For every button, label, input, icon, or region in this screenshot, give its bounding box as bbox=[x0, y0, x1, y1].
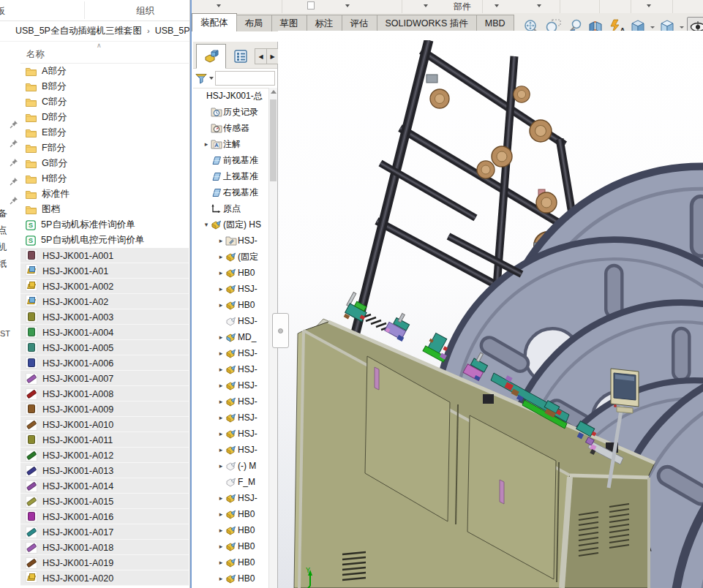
tree-item[interactable]: ▸ HB0 bbox=[193, 522, 268, 538]
tab-feature-tree[interactable] bbox=[196, 44, 226, 69]
dropdown-caret-icon[interactable] bbox=[650, 26, 655, 29]
tree-item[interactable]: ▸ HB0 bbox=[193, 554, 268, 570]
expand-arrow-icon[interactable]: ▸ bbox=[217, 527, 225, 534]
expand-arrow-icon[interactable]: ▸ bbox=[217, 559, 225, 566]
viewport-3d-model[interactable]: Y bbox=[278, 40, 703, 588]
tree-item[interactable]: 历史记录 bbox=[193, 104, 268, 120]
expand-arrow-icon[interactable]: ▸ bbox=[217, 446, 225, 453]
tree-item[interactable]: ▸ HB0 bbox=[193, 570, 268, 587]
tree-item[interactable]: ▸ HSJ- bbox=[193, 426, 268, 442]
part-file-row[interactable]: HSJ-JK001-A009 bbox=[20, 402, 189, 417]
part-file-row[interactable]: HSJ-JK001-A018 bbox=[20, 540, 189, 555]
folder-row[interactable]: 标准件 bbox=[20, 186, 189, 202]
folder-row[interactable]: D部分 bbox=[20, 110, 189, 125]
part-file-row[interactable]: HSJ-JK001-A002 bbox=[20, 279, 189, 294]
pinned-item-icon[interactable] bbox=[10, 157, 18, 170]
filter-caret-icon[interactable] bbox=[209, 77, 214, 80]
breadcrumb[interactable]: USB_5P全自动插端机三维套图›USB_5P全自 bbox=[0, 21, 189, 42]
tree-item[interactable]: ▸ HB0 bbox=[193, 297, 268, 313]
part-file-row[interactable]: HSJ-JK001-A005 bbox=[20, 340, 189, 355]
tree-item[interactable]: 传感器 bbox=[193, 120, 268, 136]
part-file-row[interactable]: HSJ-JK001-A004 bbox=[20, 325, 189, 340]
dropdown-caret-icon[interactable] bbox=[680, 26, 684, 29]
pinned-item-icon[interactable] bbox=[10, 176, 18, 189]
filter-input[interactable] bbox=[215, 71, 275, 86]
door-handle[interactable] bbox=[500, 480, 504, 504]
tree-item[interactable]: ▸ HSJ- bbox=[193, 442, 268, 458]
spreadsheet-row[interactable]: S 5P自动机标准件询价单 bbox=[20, 217, 189, 233]
folder-row[interactable]: H部分 bbox=[20, 171, 189, 186]
organize-label[interactable]: 组织 bbox=[136, 5, 154, 18]
tree-item[interactable]: ▸ HSJ- bbox=[193, 410, 268, 426]
tree-item[interactable]: ▸ HB0 bbox=[193, 506, 268, 522]
expand-arrow-icon[interactable]: ▸ bbox=[217, 510, 225, 518]
nav-item-fragment[interactable]: 点 bbox=[0, 225, 7, 237]
command-tab[interactable]: 评估 bbox=[342, 15, 377, 31]
spreadsheet-row[interactable]: S 5P自动机电控元件询价单 bbox=[20, 233, 189, 248]
tree-item[interactable]: 上视基准 bbox=[193, 168, 268, 184]
tree-item[interactable]: ▸ HB0 bbox=[193, 538, 268, 554]
panel-scroll-right-button[interactable]: ▶ bbox=[266, 48, 279, 64]
expand-arrow-icon[interactable]: ▸ bbox=[217, 382, 225, 389]
part-file-row[interactable]: HSJ-JK001-A012 bbox=[20, 448, 189, 463]
dropdown-caret-icon[interactable] bbox=[217, 4, 221, 7]
tab-property-manager[interactable] bbox=[225, 44, 255, 69]
tree-item[interactable]: ▸ HSJ- bbox=[193, 393, 268, 410]
part-file-row[interactable]: HSJ-JK001-A011 bbox=[20, 432, 189, 448]
folder-row[interactable]: C部分 bbox=[20, 94, 189, 110]
scrollbar-thumb[interactable] bbox=[270, 99, 277, 181]
tree-item[interactable]: 前视基准 bbox=[193, 152, 268, 168]
nav-item-fragment[interactable]: 纸 bbox=[0, 258, 7, 271]
command-tab[interactable]: 装配体 bbox=[192, 13, 237, 31]
folder-row[interactable]: G部分 bbox=[20, 156, 189, 171]
expand-arrow-icon[interactable]: ▸ bbox=[217, 301, 225, 309]
dropdown-caret-icon[interactable] bbox=[647, 4, 651, 7]
name-column-header[interactable]: 名称 bbox=[26, 48, 45, 61]
tree-item[interactable]: ▸ HSJ- bbox=[193, 345, 268, 361]
expand-arrow-icon[interactable]: ▸ bbox=[217, 398, 225, 405]
breadcrumb-item[interactable]: USB_5P全自 bbox=[155, 26, 189, 36]
folder-row[interactable]: 图档 bbox=[20, 202, 189, 217]
tree-item[interactable]: 右视基准 bbox=[193, 184, 268, 200]
expand-arrow-icon[interactable]: ▸ bbox=[217, 414, 225, 421]
tree-root-assembly[interactable]: HSJ-JK001-总 bbox=[193, 88, 268, 104]
dropdown-caret-icon[interactable] bbox=[345, 4, 350, 7]
tree-item[interactable]: F_M bbox=[193, 474, 268, 490]
tree-item[interactable]: ▸ A 注解 bbox=[193, 136, 268, 152]
toolbar-button-icon[interactable] bbox=[307, 1, 315, 10]
part-file-row[interactable]: HSJ-JK001-A008 bbox=[20, 386, 189, 402]
command-tab[interactable]: 草图 bbox=[271, 15, 307, 31]
folder-row[interactable]: E部分 bbox=[20, 125, 189, 140]
tree-item[interactable]: ▸ HSJ- bbox=[193, 377, 268, 393]
tree-item[interactable]: ▸ HB0 bbox=[193, 265, 268, 281]
part-file-row[interactable]: HSJ-JK001-A02 bbox=[20, 294, 189, 309]
folder-row[interactable]: B部分 bbox=[20, 79, 189, 94]
expand-arrow-icon[interactable]: ▸ bbox=[217, 285, 225, 293]
part-file-row[interactable]: HSJ-JK001-A006 bbox=[20, 355, 189, 371]
part-menu-label[interactable]: 部件 bbox=[454, 1, 471, 13]
dropdown-caret-icon[interactable] bbox=[424, 4, 428, 7]
tree-item[interactable]: ▸ (-) M bbox=[193, 458, 268, 474]
graphics-viewport[interactable]: Y bbox=[278, 31, 703, 588]
nav-item-fragment[interactable]: 备 bbox=[0, 208, 7, 220]
expand-arrow-icon[interactable]: ▸ bbox=[217, 543, 225, 550]
expand-arrow-icon[interactable]: ▸ bbox=[217, 575, 225, 582]
tree-item[interactable]: ▸ MD_ bbox=[193, 329, 268, 345]
part-file-row[interactable]: HSJ-JK001-A019 bbox=[20, 555, 189, 570]
command-tab[interactable]: SOLIDWORKS 插件 bbox=[377, 15, 477, 31]
part-file-row[interactable]: HSJ-JK001-A017 bbox=[20, 524, 189, 540]
panel-splitter-handle[interactable] bbox=[272, 313, 289, 348]
part-file-row[interactable]: HSJ-JK001-A020 bbox=[20, 570, 189, 586]
tree-item[interactable]: 原点 bbox=[193, 200, 268, 216]
tree-item[interactable]: HSJ- bbox=[193, 313, 268, 329]
tree-item[interactable]: ▸ HSJ- bbox=[193, 490, 268, 506]
command-tab[interactable]: MBD bbox=[476, 15, 514, 31]
part-file-row[interactable]: HSJ-JK001-A003 bbox=[20, 309, 189, 325]
expand-arrow-icon[interactable]: ▾ bbox=[202, 221, 211, 228]
dropdown-caret-icon[interactable] bbox=[495, 4, 499, 7]
pinned-item-icon[interactable] bbox=[10, 195, 18, 208]
part-file-row[interactable]: HSJ-JK001-A007 bbox=[20, 371, 189, 386]
expand-arrow-icon[interactable]: ▸ bbox=[217, 237, 225, 244]
expand-arrow-icon[interactable]: ▸ bbox=[217, 494, 225, 502]
command-tab[interactable]: 布局 bbox=[236, 15, 272, 31]
